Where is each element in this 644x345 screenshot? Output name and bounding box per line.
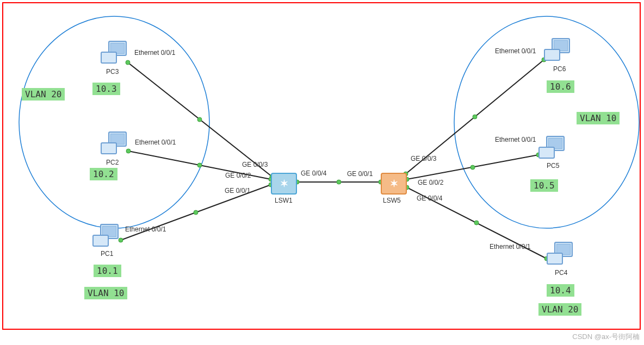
pc4-ip: 10.4 [547,284,574,297]
pc-icon [101,41,127,65]
pc-icon [101,131,127,155]
pc1-ip: 10.1 [94,265,121,277]
pc2-node[interactable] [101,131,127,155]
lsw5-ge2: GE 0/0/2 [418,179,443,186]
lsw1-ge3: GE 0/0/3 [242,161,268,168]
pc2-eth: Ethernet 0/0/1 [135,139,176,146]
lsw5-label: LSW5 [383,197,401,204]
lsw1-ge4: GE 0/0/4 [301,170,326,177]
lsw1-ge1: GE 0/0/1 [225,187,250,195]
pc2-label: PC2 [106,159,119,166]
pc6-node[interactable] [544,38,570,62]
pc5-node[interactable] [538,136,565,160]
pc6-ip: 10.6 [547,80,574,93]
lsw1-node[interactable]: ✶ [271,173,297,195]
pc3-node[interactable] [101,41,127,65]
pc3-ip: 10.3 [92,83,120,95]
pc4-node[interactable] [547,242,573,266]
pc5-eth: Ethernet 0/0/1 [495,136,536,143]
pc1-label: PC1 [101,250,113,258]
pc6-eth: Ethernet 0/0/1 [495,47,536,55]
pc5-label: PC5 [547,162,559,170]
lsw5-ge1: GE 0/0/1 [347,170,373,178]
lsw5-ge4: GE 0/0/4 [417,195,442,202]
vlan10-tag: VLAN 10 [577,112,620,124]
pc1-node[interactable] [92,224,119,248]
switch-icon: ✶ [271,173,297,195]
lsw1-ge2: GE 0/0/2 [225,172,251,179]
pc-icon [538,136,565,160]
pc6-label: PC6 [553,65,566,73]
pc2-ip: 10.2 [90,168,117,180]
pc4-label: PC4 [555,269,567,277]
pc1-vlan: VLAN 10 [84,287,127,299]
vlan20-tag: VLAN 20 [22,88,65,101]
switch-icon: ✶ [381,173,407,195]
pc-icon [547,242,573,266]
pc3-eth: Ethernet 0/0/1 [134,49,175,57]
lsw1-label: LSW1 [275,197,293,204]
pc1-eth: Ethernet 0/0/1 [125,225,166,233]
pc4-vlan: VLAN 20 [538,303,581,316]
pc4-eth: Ethernet 0/0/1 [490,243,530,250]
pc3-label: PC3 [106,68,119,76]
watermark: CSDN @ax-号街阿楠 [572,332,640,342]
pc5-ip: 10.5 [530,179,558,192]
lsw5-ge3: GE 0/0/3 [411,155,436,162]
pc-icon [544,38,570,62]
lsw5-node[interactable]: ✶ [381,173,407,195]
pc-icon [92,224,119,248]
topology-canvas: PC3 Ethernet 0/0/1 10.3 PC2 Ethernet 0/0… [0,0,644,345]
